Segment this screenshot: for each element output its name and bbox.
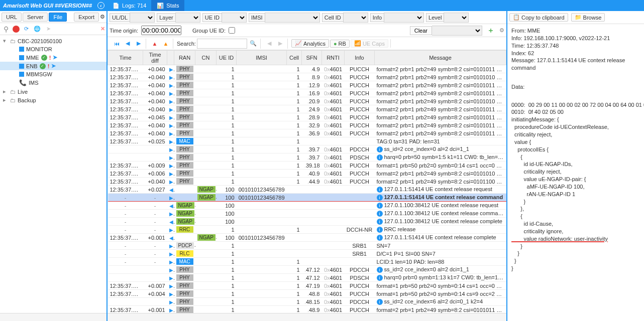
log-row[interactable]: 12:35:37.361+0.040▶PHY11.8.90x4601PUCCHf… [108, 73, 506, 81]
tab-logs[interactable]: 📄 Logs: 714 [108, 0, 152, 11]
search-input[interactable] [197, 39, 247, 49]
log-row[interactable]: ▶PHY11.39.70x4601PDCCHiss_id=2 cce_index… [108, 145, 506, 153]
log-row[interactable]: 12:35:37.401+0.040▶PHY11.12.90x4601PUCCH… [108, 81, 506, 89]
analytics-button[interactable]: 📈Analytics [291, 39, 329, 48]
stop-icon[interactable] [13, 26, 20, 33]
col-info[interactable]: Info [345, 51, 375, 65]
level-select[interactable] [444, 13, 469, 23]
warn-icon[interactable]: ▲ [150, 39, 160, 49]
log-row[interactable]: 12:35:37.481+0.040▶PHY11.20.90x4601PUCCH… [108, 97, 506, 105]
tree-root[interactable]: ▾ 🗀 CBC-2021050100 [0, 37, 106, 45]
detail-decode-tail: } } } } [511, 243, 640, 272]
export-button[interactable]: Export [74, 13, 99, 22]
ueid-select[interactable] [222, 13, 247, 23]
log-row[interactable]: 12:35:37.721+0.040▶PHY11.44.90x4601PUCCH… [108, 178, 506, 186]
magnet-icon[interactable]: ⚲ [2, 25, 11, 34]
log-row[interactable]: 12:35:37.321+0.040▶PHY11.4.90x4601PUCCHf… [108, 65, 506, 73]
log-row[interactable]: 12:35:37.641+0.040▶PHY11.36.90x4601PUCCH… [108, 129, 506, 137]
col-cn[interactable]: CN [195, 51, 217, 65]
col-dir[interactable] [167, 51, 174, 65]
col-cell[interactable]: Cell [287, 51, 302, 65]
col-ue-id[interactable]: UE ID [217, 51, 237, 65]
copy-clipboard-button[interactable]: 📋Copy to clipboard [509, 13, 568, 22]
search-icon[interactable]: 🔍 [248, 39, 258, 49]
tree-backup[interactable]: ▸ 🗀 Backup [0, 96, 106, 104]
log-row[interactable]: --▶NGAP100001010123456789i127.0.1.1:5141… [108, 194, 506, 202]
tree-enb[interactable]: ENB ✓ ! ➤ [0, 62, 106, 70]
log-row[interactable]: ▶PHY11.48.150x4601PDCCHiss_id=2 cce_inde… [108, 298, 506, 306]
log-row[interactable]: ▶PHY11.47.120x4601PDSCHiharq=0 prb=0 sym… [108, 274, 506, 282]
log-row[interactable]: --▶MAC11LCID:1 len=10 PAD: len=88 [108, 258, 506, 266]
expand-icon[interactable]: ▸ [3, 97, 8, 103]
log-row[interactable]: 12:35:37.749+0.001◀NGAP10000101012345678… [108, 234, 506, 242]
log-row[interactable]: 12:35:37.601+0.040▶PHY11.32.90x4601PUCCH… [108, 121, 506, 129]
group-ue-checkbox[interactable] [229, 27, 235, 34]
col-time[interactable]: Time [108, 51, 143, 65]
uecaps-button[interactable]: 📶UE Caps [351, 39, 388, 48]
log-row[interactable]: 12:35:37.748+0.027◀NGAP10000101012345678… [108, 186, 506, 194]
tree-mme[interactable]: MME ✓ ! ➤ [0, 53, 106, 62]
info-select[interactable] [384, 13, 424, 23]
nav-first-icon[interactable]: ⏮ [112, 39, 122, 49]
close-icon[interactable]: ✕ [100, 26, 105, 32]
collapse-sidebar-icon[interactable]: ‹ [97, 2, 104, 9]
tree-ims[interactable]: 📞 IMS [0, 78, 106, 87]
log-row[interactable]: 12:35:37.760+0.004▶PHY11.48.80x4601PUCCH… [108, 290, 506, 298]
tree-monitor[interactable]: MONITOR [0, 45, 106, 53]
log-row[interactable]: --▶RRC11DCCH-NRiRRC release [108, 226, 506, 234]
log-row[interactable]: 12:35:37.761+0.001▶PHY11.48.90x4601PUCCH… [108, 306, 506, 313]
sidebar-hscroll[interactable] [0, 313, 106, 321]
rb-button[interactable]: ●RB [330, 40, 350, 48]
expand-icon[interactable]: ▾ [3, 38, 8, 44]
uldl-select[interactable] [130, 13, 155, 23]
log-grid[interactable]: TimeTime diffRANCNUE IDIMSICellSFNRNTIIn… [108, 50, 506, 313]
cellid-select[interactable] [343, 13, 368, 23]
gear-icon[interactable]: ⚙ [100, 14, 105, 20]
log-row[interactable]: ▶PHY11.39.70x4601PDSCHiharq=0 prb=50 sym… [108, 153, 506, 162]
file-button[interactable]: File [49, 13, 67, 22]
url-button[interactable]: URL [2, 13, 22, 22]
col-message[interactable]: Message [375, 51, 506, 65]
time-origin-input[interactable] [141, 26, 181, 35]
clear-select[interactable] [432, 26, 482, 36]
tab-stats[interactable]: 📊 Stats [152, 0, 184, 11]
nav-next-icon[interactable]: ▶ [134, 39, 144, 49]
search-next-icon[interactable]: ▶ [275, 39, 285, 49]
globe-icon[interactable]: 🌐 [33, 25, 42, 34]
log-row[interactable]: 12:35:37.681+0.006▶PHY11.40.90x4601PUCCH… [108, 170, 506, 178]
layer-select[interactable] [175, 13, 200, 23]
nav-prev-icon[interactable]: ◀ [123, 39, 133, 49]
add-filter-icon[interactable]: ＋ [487, 26, 494, 35]
level-label: Level [426, 13, 444, 22]
grid-hscroll[interactable] [108, 313, 506, 321]
col-rnti[interactable]: RNTI [322, 51, 345, 65]
log-row[interactable]: ▶PHY11.47.120x4601PDCCHiss_id=2 cce_inde… [108, 266, 506, 274]
expand-icon[interactable]: ▸ [3, 88, 8, 95]
log-row[interactable]: --▶PDCP1SRB1SN=7 [108, 242, 506, 250]
log-row[interactable]: 12:35:37.666+0.025▶MAC11TAG:0 ta=31 PAD:… [108, 137, 506, 145]
log-row[interactable]: 12:35:37.521+0.040▶PHY11.24.90x4601PUCCH… [108, 105, 506, 113]
browse-button[interactable]: 📁Browse [571, 13, 605, 22]
warn2-icon[interactable]: ▲ [161, 39, 171, 49]
log-row[interactable]: 12:35:37.441+0.040▶PHY11.16.90x4601PUCCH… [108, 89, 506, 97]
forward-icon[interactable]: ➤ [44, 25, 53, 34]
tree-live[interactable]: ▸ 🗀 Live [0, 87, 106, 96]
log-row[interactable]: --◀NGAP100i127.0.1.100:38412 UE context … [108, 218, 506, 226]
search-prev-icon[interactable]: ◀ [264, 39, 274, 49]
log-row[interactable]: 12:35:37.561+0.045▶PHY11.28.90x4601PUCCH… [108, 113, 506, 121]
col-imsi[interactable]: IMSI [237, 51, 287, 65]
col-time-diff[interactable]: Time diff [143, 51, 167, 65]
server-button[interactable]: Server [23, 13, 48, 22]
log-row[interactable]: 12:35:37.675+0.009▶PHY11.39.180x4601PUCC… [108, 162, 506, 170]
imsi-select[interactable] [265, 13, 320, 23]
col-sfn[interactable]: SFN [302, 51, 322, 65]
col-ran[interactable]: RAN [174, 51, 195, 65]
log-row[interactable]: --▶RLC1SRB1D/C=1 P=1 SI=00 SN=7 [108, 250, 506, 258]
clear-button[interactable]: Clear [410, 26, 432, 35]
refresh-icon[interactable]: ⟳ [22, 25, 31, 34]
log-row[interactable]: 12:35:37.756+0.007▶PHY11.47.190x4601PUCC… [108, 282, 506, 290]
settings-icon[interactable]: ⚙ [499, 27, 504, 34]
log-row[interactable]: --▶NGAP100i127.0.1.100:38412 UE context … [108, 210, 506, 218]
tree-mbmsgw[interactable]: MBMSGW [0, 70, 106, 78]
log-row[interactable]: --◀NGAP100i127.0.1.100:38412 UE context … [108, 202, 506, 210]
